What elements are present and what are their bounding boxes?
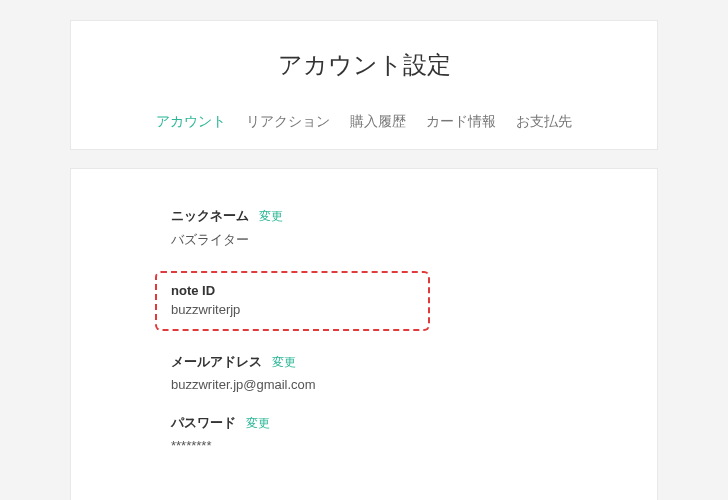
field-email: メールアドレス 変更 buzzwriter.jp@gmail.com xyxy=(171,353,637,392)
settings-content-card: ニックネーム 変更 バズライター note ID buzzwriterjp メー… xyxy=(70,168,658,500)
tab-account[interactable]: アカウント xyxy=(156,113,226,131)
password-change-link[interactable]: 変更 xyxy=(246,415,270,432)
settings-header-card: アカウント設定 アカウント リアクション 購入履歴 カード情報 お支払先 xyxy=(70,20,658,150)
tab-card[interactable]: カード情報 xyxy=(426,113,496,131)
tab-purchases[interactable]: 購入履歴 xyxy=(350,113,406,131)
password-label: パスワード xyxy=(171,414,236,432)
tab-reaction[interactable]: リアクション xyxy=(246,113,330,131)
tab-payment[interactable]: お支払先 xyxy=(516,113,572,131)
nickname-label: ニックネーム xyxy=(171,207,249,225)
field-nickname: ニックネーム 変更 バズライター xyxy=(171,207,637,249)
email-change-link[interactable]: 変更 xyxy=(272,354,296,371)
field-password: パスワード 変更 ******** xyxy=(171,414,637,453)
note-id-highlight: note ID buzzwriterjp xyxy=(155,271,430,331)
email-value: buzzwriter.jp@gmail.com xyxy=(171,377,637,392)
noteid-value: buzzwriterjp xyxy=(171,302,414,317)
field-email-label-row: メールアドレス 変更 xyxy=(171,353,637,371)
nickname-change-link[interactable]: 変更 xyxy=(259,208,283,225)
password-value: ******** xyxy=(171,438,637,453)
field-nickname-label-row: ニックネーム 変更 xyxy=(171,207,637,225)
noteid-label: note ID xyxy=(171,283,215,298)
page-title: アカウント設定 xyxy=(91,49,637,81)
field-noteid-label-row: note ID xyxy=(171,283,414,298)
tabs-row: アカウント リアクション 購入履歴 カード情報 お支払先 xyxy=(91,113,637,131)
nickname-value: バズライター xyxy=(171,231,637,249)
email-label: メールアドレス xyxy=(171,353,262,371)
field-password-label-row: パスワード 変更 xyxy=(171,414,637,432)
